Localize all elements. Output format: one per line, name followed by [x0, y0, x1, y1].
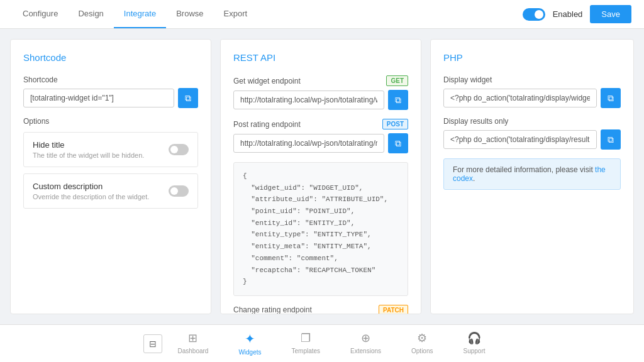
shortcode-copy-button[interactable]: ⧉	[178, 88, 198, 108]
display-widget-copy-button[interactable]: ⧉	[601, 88, 621, 108]
dashboard-label: Dashboard	[177, 348, 208, 354]
copy-icon-display: ⧉	[608, 93, 614, 104]
hide-title-label: Hide title	[33, 140, 144, 150]
bottom-navigation: ⊟ ⊞ Dashboard ✦ Widgets ❐ Templates ⊕ Ex…	[0, 324, 644, 362]
display-results-input-row: ⧉	[443, 129, 621, 150]
tab-export[interactable]: Export	[214, 0, 258, 28]
tab-configure[interactable]: Configure	[13, 0, 68, 28]
display-results-copy-button[interactable]: ⧉	[601, 129, 621, 150]
widgets-icon: ✦	[245, 331, 255, 346]
copy-icon-results: ⧉	[608, 134, 614, 145]
dashboard-icon: ⊞	[188, 331, 197, 345]
nav-actions: Enabled Save	[523, 5, 631, 23]
get-endpoint-input[interactable]	[233, 90, 384, 109]
options-label: Options	[23, 117, 198, 126]
custom-desc-toggle[interactable]	[169, 185, 189, 197]
shortcode-card: Shortcode Shortcode ⧉ Options Hide title…	[10, 39, 211, 314]
tab-integrate[interactable]: Integrate	[114, 0, 166, 28]
main-content: Shortcode Shortcode ⧉ Options Hide title…	[0, 29, 644, 324]
get-endpoint-section: Get widget endpoint GET ⧉	[233, 75, 408, 110]
php-title: PHP	[443, 52, 621, 63]
widgets-label: Widgets	[238, 349, 261, 356]
save-button[interactable]: Save	[590, 5, 631, 23]
templates-icon: ❐	[301, 331, 311, 345]
post-method-badge: POST	[382, 119, 408, 129]
display-results-input[interactable]	[443, 130, 597, 149]
shortcode-input[interactable]	[23, 89, 174, 107]
hide-title-option: Hide title The title of the widget will …	[23, 132, 198, 167]
bottom-nav-options[interactable]: ⚙ Options	[396, 326, 448, 361]
sidebar-toggle-button[interactable]: ⊟	[143, 334, 162, 353]
rest-api-title: REST API	[233, 52, 408, 63]
tab-browse[interactable]: Browse	[166, 0, 213, 28]
options-icon: ⚙	[417, 331, 427, 345]
get-endpoint-copy-button[interactable]: ⧉	[388, 90, 408, 110]
change-endpoint-label: Change rating endpoint	[233, 305, 312, 314]
shortcode-input-row: ⧉	[23, 88, 198, 108]
hide-title-desc: The title of the widget will be hidden.	[33, 151, 144, 159]
bottom-nav-dashboard[interactable]: ⊞ Dashboard	[162, 326, 223, 361]
get-endpoint-label: Get widget endpoint	[233, 77, 301, 85]
display-widget-label: Display widget	[443, 75, 621, 84]
options-label: Options	[411, 348, 433, 354]
custom-description-option: Custom description Override the descript…	[23, 173, 198, 209]
bottom-nav-items: ⊞ Dashboard ✦ Widgets ❐ Templates ⊕ Exte…	[162, 326, 500, 361]
post-endpoint-copy-button[interactable]: ⧉	[388, 133, 408, 153]
shortcode-title: Shortcode	[23, 52, 198, 63]
extensions-label: Extensions	[350, 348, 381, 354]
post-endpoint-section: Post rating endpoint POST ⧉	[233, 119, 408, 153]
templates-label: Templates	[292, 348, 321, 354]
copy-icon: ⧉	[185, 93, 191, 104]
bottom-nav-support[interactable]: 🎧 Support	[448, 326, 500, 361]
get-endpoint-input-row: ⧉	[233, 90, 408, 110]
enabled-toggle[interactable]	[523, 8, 545, 21]
sidebar-icon: ⊟	[149, 339, 157, 349]
tab-design[interactable]: Design	[68, 0, 113, 28]
post-body-code: { "widget_uid": "WIDGET_UID", "attribute…	[233, 162, 408, 296]
patch-method-badge: PATCH	[379, 305, 408, 314]
extensions-icon: ⊕	[361, 331, 370, 345]
custom-desc-label: Custom description	[33, 182, 149, 191]
custom-desc-desc: Override the description of the widget.	[33, 193, 149, 200]
shortcode-label: Shortcode	[23, 75, 198, 84]
nav-tabs: Configure Design Integrate Browse Export	[13, 0, 257, 28]
codex-info-box: For more detailed information, please vi…	[443, 158, 621, 190]
get-method-badge: GET	[386, 75, 408, 86]
bottom-nav-widgets[interactable]: ✦ Widgets	[223, 326, 276, 361]
display-results-label: Display results only	[443, 117, 621, 126]
hide-title-toggle[interactable]	[169, 144, 189, 155]
bottom-nav-templates[interactable]: ❐ Templates	[277, 326, 336, 361]
rest-api-card: REST API Get widget endpoint GET ⧉ Post …	[220, 39, 421, 314]
change-endpoint-section: Change rating endpoint PATCH ⧉	[233, 305, 408, 314]
support-label: Support	[463, 348, 485, 354]
php-card: PHP Display widget ⧉ Display results onl…	[430, 39, 634, 314]
bottom-nav-extensions[interactable]: ⊕ Extensions	[335, 326, 396, 361]
display-widget-input[interactable]	[443, 89, 597, 107]
copy-icon-post: ⧉	[395, 138, 401, 149]
post-endpoint-input[interactable]	[233, 134, 384, 153]
display-widget-input-row: ⧉	[443, 88, 621, 108]
post-endpoint-label: Post rating endpoint	[233, 120, 301, 129]
copy-icon-get: ⧉	[395, 95, 401, 106]
post-endpoint-input-row: ⧉	[233, 133, 408, 153]
info-text: For more detailed information, please vi…	[453, 165, 595, 174]
enabled-label: Enabled	[553, 9, 583, 19]
support-icon: 🎧	[467, 331, 481, 345]
top-navigation: Configure Design Integrate Browse Export…	[0, 0, 644, 29]
